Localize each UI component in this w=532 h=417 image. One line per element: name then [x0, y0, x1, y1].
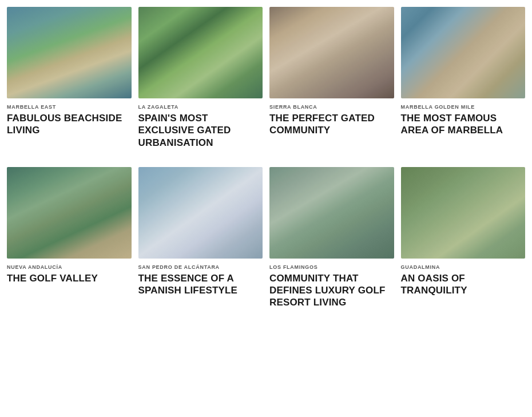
card-image-bg-san-pedro [138, 167, 263, 259]
card-region-sierra-blanca: SIERRA BLANCA [269, 104, 394, 110]
card-region-san-pedro: SAN PEDRO DE ALCÁNTARA [138, 264, 263, 270]
card-image-los-flamingos [269, 167, 394, 259]
card-image-guadalmina [401, 167, 526, 259]
card-image-nueva-andalucia [7, 167, 132, 259]
card-image-bg-nueva-andalucia [7, 167, 132, 259]
card-image-bg-marbella-east [7, 7, 132, 98]
card-image-bg-sierra-blanca [269, 7, 394, 98]
card-image-bg-marbella-golden-mile [401, 7, 526, 98]
card-title-la-zagaleta: SPAIN'S MOST EXCLUSIVE GATED URBANISATIO… [138, 112, 263, 149]
card-region-guadalmina: GUADALMINA [401, 264, 526, 270]
card-image-bg-los-flamingos [269, 167, 394, 259]
card-title-guadalmina: AN OASIS OF TRANQUILITY [401, 272, 526, 297]
property-grid: MARBELLA EAST FABULOUS BEACHSIDE LIVING … [7, 7, 525, 309]
card-title-marbella-east: FABULOUS BEACHSIDE LIVING [7, 112, 132, 137]
card-region-marbella-golden-mile: MARBELLA GOLDEN MILE [401, 104, 526, 110]
card-title-los-flamingos: COMMUNITY THAT DEFINES LUXURY GOLF RESOR… [269, 272, 394, 309]
card-region-los-flamingos: LOS FLAMINGOS [269, 264, 394, 270]
card-san-pedro[interactable]: SAN PEDRO DE ALCÁNTARA THE ESSENCE OF A … [138, 167, 263, 309]
card-image-san-pedro [138, 167, 263, 259]
card-image-sierra-blanca [269, 7, 394, 98]
card-marbella-east[interactable]: MARBELLA EAST FABULOUS BEACHSIDE LIVING [7, 7, 132, 149]
card-image-la-zagaleta [138, 7, 263, 98]
card-title-marbella-golden-mile: THE MOST FAMOUS AREA OF MARBELLA [401, 112, 526, 137]
card-region-marbella-east: MARBELLA EAST [7, 104, 132, 110]
card-region-nueva-andalucia: NUEVA ANDALUCÍA [7, 264, 132, 270]
card-los-flamingos[interactable]: LOS FLAMINGOS COMMUNITY THAT DEFINES LUX… [269, 167, 394, 309]
card-title-san-pedro: THE ESSENCE OF A SPANISH LIFESTYLE [138, 272, 263, 297]
card-image-bg-la-zagaleta [138, 7, 263, 98]
card-guadalmina[interactable]: GUADALMINA AN OASIS OF TRANQUILITY [401, 167, 526, 309]
card-la-zagaleta[interactable]: LA ZAGALETA SPAIN'S MOST EXCLUSIVE GATED… [138, 7, 263, 149]
card-marbella-golden-mile[interactable]: MARBELLA GOLDEN MILE THE MOST FAMOUS ARE… [401, 7, 526, 149]
card-title-nueva-andalucia: THE GOLF VALLEY [7, 272, 132, 284]
card-image-marbella-golden-mile [401, 7, 526, 98]
card-image-bg-guadalmina [401, 167, 526, 259]
card-nueva-andalucia[interactable]: NUEVA ANDALUCÍA THE GOLF VALLEY [7, 167, 132, 309]
card-sierra-blanca[interactable]: SIERRA BLANCA THE PERFECT GATED COMMUNIT… [269, 7, 394, 149]
card-region-la-zagaleta: LA ZAGALETA [138, 104, 263, 110]
card-image-marbella-east [7, 7, 132, 98]
card-title-sierra-blanca: THE PERFECT GATED COMMUNITY [269, 112, 394, 137]
